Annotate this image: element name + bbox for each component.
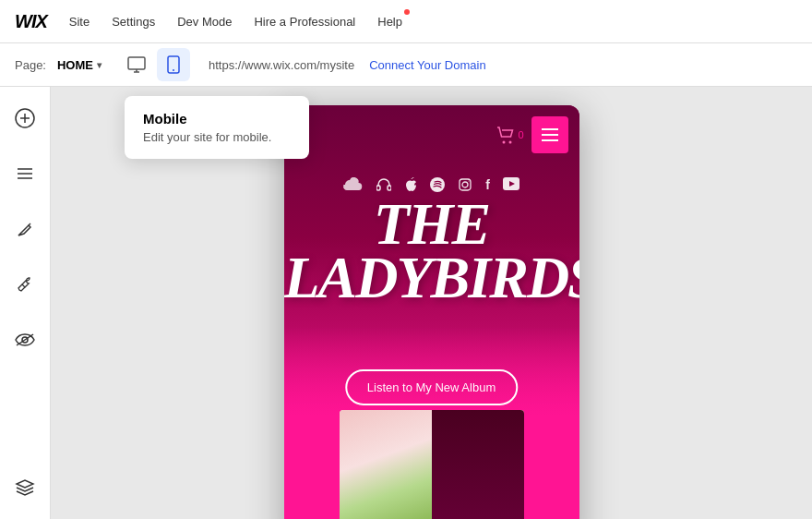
wix-logo: WIX <box>15 11 47 32</box>
svg-point-20 <box>462 182 468 187</box>
nav-site[interactable]: Site <box>69 11 90 32</box>
cart-icon[interactable]: 0 <box>496 126 523 144</box>
svg-point-14 <box>503 141 506 144</box>
main-layout: Mobile Edit your site for mobile. 0 <box>0 87 812 519</box>
nav-help[interactable]: Help <box>377 11 402 32</box>
band-name-line1: THE <box>284 198 579 251</box>
svg-line-11 <box>29 223 30 225</box>
sidebar-add-button[interactable] <box>8 102 42 135</box>
sidebar-visibility-icon[interactable] <box>8 323 42 356</box>
nav-dev-mode[interactable]: Dev Mode <box>177 11 232 32</box>
chevron-down-icon: ▾ <box>97 60 102 70</box>
mobile-tooltip: Mobile Edit your site for mobile. <box>125 96 309 159</box>
cart-count: 0 <box>518 129 523 140</box>
mobile-view-button[interactable] <box>157 48 190 81</box>
sidebar-pages-icon[interactable] <box>8 157 42 190</box>
svg-point-18 <box>430 177 445 192</box>
connect-domain-link[interactable]: Connect Your Domain <box>369 58 485 72</box>
soundcloud-icon[interactable] <box>343 177 364 196</box>
hamburger-icon <box>542 128 558 141</box>
top-navigation: WIX Site Settings Dev Mode Hire a Profes… <box>0 0 812 43</box>
sidebar-tools-icon[interactable] <box>8 268 42 301</box>
band-name-line2: LADYBIRDS <box>284 251 579 305</box>
youtube-icon[interactable] <box>503 177 519 196</box>
view-toggle <box>120 48 190 81</box>
phone-mockup: 0 <box>284 105 579 519</box>
page-bar: Page: HOME ▾ https://www.wix.com/mysite … <box>0 43 812 87</box>
svg-rect-0 <box>128 57 145 69</box>
album-image-area <box>340 410 524 519</box>
left-sidebar <box>0 87 51 519</box>
svg-point-21 <box>469 181 470 182</box>
tooltip-description: Edit your site for mobile. <box>143 130 291 144</box>
svg-rect-16 <box>376 186 380 190</box>
page-name: HOME <box>57 58 93 72</box>
svg-point-15 <box>509 141 512 144</box>
nav-hire-professional[interactable]: Hire a Professional <box>254 11 355 32</box>
page-label: Page: <box>15 58 46 72</box>
menu-button[interactable] <box>531 116 568 153</box>
band-name-display: THE LADYBIRDS <box>284 198 579 304</box>
desktop-view-button[interactable] <box>120 48 153 81</box>
url-display: https://www.wix.com/mysite <box>209 58 354 72</box>
sidebar-editor-icon[interactable] <box>8 212 42 246</box>
sidebar-layers-icon[interactable] <box>8 471 42 504</box>
phone-header: 0 <box>484 105 579 164</box>
svg-rect-17 <box>388 186 391 190</box>
page-selector[interactable]: HOME ▾ <box>57 58 102 72</box>
tooltip-title: Mobile <box>143 111 291 127</box>
canvas-area: Mobile Edit your site for mobile. 0 <box>51 87 812 519</box>
nav-settings[interactable]: Settings <box>112 11 155 32</box>
listen-button[interactable]: Listen to My New Album <box>345 369 518 405</box>
svg-point-4 <box>173 69 174 71</box>
